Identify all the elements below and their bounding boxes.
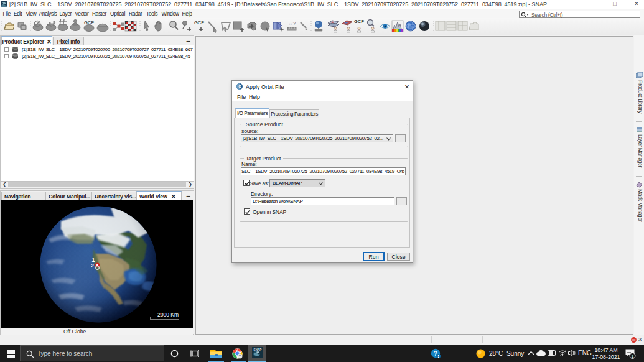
svg-text:GCP: GCP (354, 19, 364, 24)
svg-text:2: 2 (91, 262, 94, 269)
svg-text:↔?: ↔? (288, 21, 296, 26)
svg-text:2000 Km: 2000 Km (157, 312, 179, 318)
svg-text:GCP: GCP (84, 20, 94, 26)
svg-text:1: 1 (631, 353, 634, 359)
svg-text:SNAP: SNAP (254, 348, 262, 351)
svg-text:GCP: GCP (194, 20, 204, 26)
